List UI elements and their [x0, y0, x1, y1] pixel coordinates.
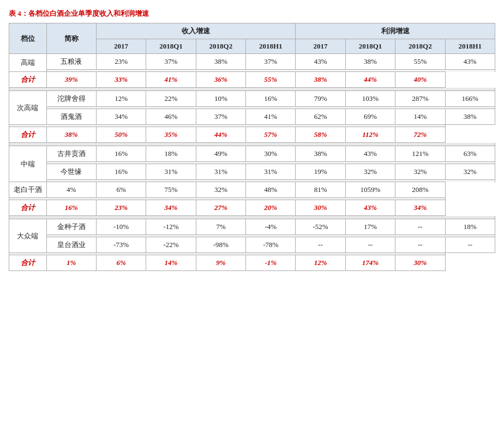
profit-value: 14% [395, 109, 445, 125]
revenue-value: 16% [46, 200, 96, 216]
profit-value: 32% [395, 164, 445, 180]
profit-value: 32% [445, 164, 495, 180]
revenue-value: 36% [196, 72, 245, 88]
profit-value: 43% [345, 146, 395, 162]
data-row: 今世缘16%31%31%31%19%32%32%32% [9, 164, 495, 180]
header-name: 简称 [46, 23, 96, 54]
level-cell: 高端 [9, 54, 47, 72]
header-profit-q2: 2018Q2 [395, 39, 445, 54]
data-row: 皇台酒业-73%-22%-98%-78%-------- [9, 237, 495, 253]
profit-value: 12% [296, 255, 345, 271]
revenue-value: 50% [96, 127, 146, 143]
revenue-value: 1% [46, 255, 96, 271]
profit-value: 57% [246, 127, 296, 143]
header-profit: 利润增速 [296, 23, 495, 39]
revenue-value: -78% [246, 237, 296, 253]
profit-value: 62% [296, 109, 345, 125]
profit-value: 69% [345, 109, 395, 125]
profit-value: 38% [296, 72, 345, 88]
profit-value: -- [395, 237, 445, 253]
revenue-value: -22% [146, 237, 196, 253]
revenue-value: 37% [146, 54, 196, 70]
revenue-value: 31% [146, 164, 196, 180]
revenue-value: 34% [96, 109, 146, 125]
revenue-value: 12% [96, 91, 146, 107]
profit-value: 17% [345, 219, 395, 235]
subtotal-row: 合计38%50%35%44%57%58%112%72% [9, 127, 495, 143]
header-rev-q1: 2018Q1 [146, 39, 196, 54]
header-profit-h1: 2018H1 [445, 39, 495, 54]
profit-value: 44% [345, 72, 395, 88]
subtotal-row: 合计1%6%14%9%-1%12%174%30% [9, 255, 495, 271]
profit-value: 55% [246, 72, 296, 88]
company-name: 今世缘 [46, 164, 96, 180]
subtotal-row: 合计39%33%41%36%55%38%44%40% [9, 72, 495, 88]
table-title: 表 4：各档位白酒企业单季度收入和利润增速 [9, 9, 495, 19]
company-name: 皇台酒业 [46, 237, 96, 253]
profit-value: -52% [296, 219, 345, 235]
revenue-value: 4% [46, 182, 96, 198]
revenue-value: 34% [146, 200, 196, 216]
revenue-value: 23% [96, 200, 146, 216]
profit-value: -- [296, 237, 345, 253]
revenue-value: 32% [196, 182, 245, 198]
profit-value: 63% [445, 146, 495, 162]
company-name: 合计 [9, 127, 47, 143]
profit-value: 121% [395, 146, 445, 162]
revenue-value: 37% [246, 54, 296, 70]
revenue-value: 16% [96, 146, 146, 162]
profit-value: 166% [445, 91, 495, 107]
data-row: 高端五粮液23%37%38%37%43%38%55%43% [9, 54, 495, 70]
profit-value: 58% [296, 127, 345, 143]
profit-value: -- [395, 219, 445, 235]
revenue-value: 30% [246, 146, 296, 162]
revenue-value: 49% [196, 146, 245, 162]
level-cell: 大众端 [9, 219, 47, 253]
revenue-value: 31% [246, 164, 296, 180]
revenue-value: -73% [96, 237, 146, 253]
revenue-value: 22% [146, 91, 196, 107]
profit-value: 72% [395, 127, 445, 143]
company-name: 五粮液 [46, 54, 96, 70]
profit-value: 81% [296, 182, 345, 198]
profit-value: 208% [395, 182, 445, 198]
revenue-value: 9% [196, 255, 245, 271]
profit-value: 18% [445, 219, 495, 235]
main-table: 档位 简称 收入增速 利润增速 2017 2018Q1 2018Q2 2018H… [9, 23, 495, 271]
profit-value: 112% [345, 127, 395, 143]
profit-value: 43% [296, 54, 345, 70]
profit-value: 19% [296, 164, 345, 180]
profit-value: -- [445, 237, 495, 253]
profit-value: 287% [395, 91, 445, 107]
header-rev-h1: 2018H1 [246, 39, 296, 54]
profit-value: 38% [345, 54, 395, 70]
company-name: 沱牌舍得 [46, 91, 96, 107]
revenue-value: 38% [46, 127, 96, 143]
header-profit-q1: 2018Q1 [345, 39, 395, 54]
revenue-value: 7% [196, 219, 245, 235]
revenue-value: 18% [146, 146, 196, 162]
profit-value: 20% [246, 200, 296, 216]
header-profit-2017: 2017 [296, 39, 345, 54]
profit-value: 174% [345, 255, 395, 271]
company-name: 古井贡酒 [46, 146, 96, 162]
company-name: 金种子酒 [46, 219, 96, 235]
revenue-value: 16% [246, 91, 296, 107]
data-row: 中端古井贡酒16%18%49%30%38%43%121%63% [9, 146, 495, 162]
company-name: 合计 [9, 200, 47, 216]
profit-value: 103% [345, 91, 395, 107]
header-level: 档位 [9, 23, 47, 54]
revenue-value: 27% [196, 200, 245, 216]
profit-value: 43% [345, 200, 395, 216]
revenue-value: 38% [196, 54, 245, 70]
data-row: 老白干酒4%6%75%32%48%81%1059%208% [9, 182, 495, 198]
revenue-value: 10% [196, 91, 245, 107]
title-text: 各档位白酒企业单季度收入和利润增速 [28, 9, 149, 17]
revenue-value: 6% [96, 255, 146, 271]
profit-value: 38% [296, 146, 345, 162]
revenue-value: 41% [146, 72, 196, 88]
profit-value: 55% [395, 54, 445, 70]
data-row: 大众端金种子酒-10%-12%7%-4%-52%17%--18% [9, 219, 495, 235]
company-name: 酒鬼酒 [46, 109, 96, 125]
revenue-value: -4% [246, 219, 296, 235]
